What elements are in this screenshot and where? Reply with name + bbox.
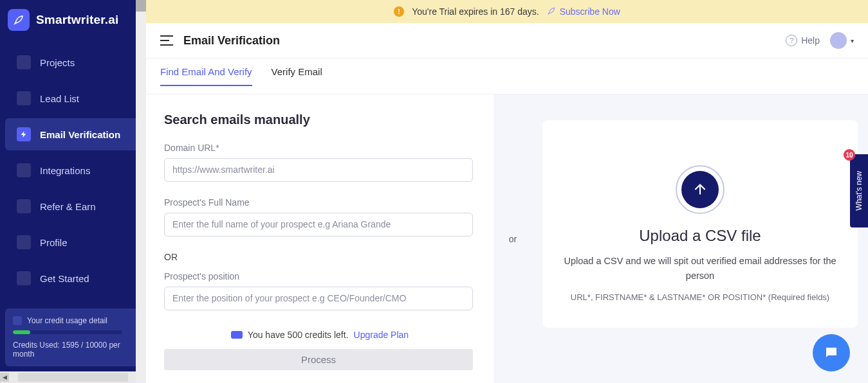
- prospect-name-input[interactable]: [164, 213, 473, 236]
- banner-text: You're Trial expires in 167 days.: [412, 6, 539, 17]
- page-title: Email Verification: [183, 34, 280, 48]
- credits-line: You have 500 credits left. Upgrade Plan: [164, 330, 476, 340]
- upload-desc: Upload a CSV and we will spit out verifi…: [562, 254, 838, 283]
- bolt-icon: [17, 127, 31, 141]
- brand-name: Smartwriter.ai: [36, 13, 118, 27]
- domain-url-label: Domain URL*: [164, 143, 476, 153]
- feather-icon: [8, 9, 30, 31]
- tabs: Find Email And Verify Verify Email: [146, 58, 868, 94]
- user-menu[interactable]: ▾: [830, 32, 854, 49]
- rocket-icon: [17, 271, 31, 285]
- form-title: Search emails manually: [164, 112, 476, 127]
- main: ! You're Trial expires in 167 days. Subs…: [146, 0, 868, 383]
- credits-progress: [13, 330, 122, 334]
- scroll-left-icon[interactable]: ◀: [0, 373, 9, 382]
- search-manually-panel: Search emails manually Domain URL* Prosp…: [146, 94, 494, 383]
- help-label: Help: [801, 35, 820, 46]
- prospect-name-label: Prospect's Full Name: [164, 197, 476, 208]
- chevron-down-icon: ▾: [851, 37, 854, 44]
- upload-arrow-icon: [681, 171, 719, 208]
- whats-new-badge: 10: [844, 149, 855, 161]
- tab-find-verify[interactable]: Find Email And Verify: [160, 66, 252, 86]
- sidebar-item-lead-list[interactable]: Lead List: [5, 82, 141, 114]
- chat-fab[interactable]: [813, 334, 850, 371]
- sidebar-item-label: Projects: [40, 57, 75, 68]
- help-link[interactable]: ? Help: [786, 35, 820, 46]
- trial-banner: ! You're Trial expires in 167 days. Subs…: [146, 0, 868, 23]
- upload-csv-card[interactable]: Upload a CSV file Upload a CSV and we wi…: [542, 120, 858, 328]
- sidebar-item-email-verification[interactable]: Email Verification: [5, 118, 141, 150]
- upload-icon-wrap: [676, 165, 725, 214]
- sidebar: Smartwriter.ai Projects Lead List Email …: [0, 0, 146, 383]
- sidebar-item-projects[interactable]: Projects: [5, 46, 141, 78]
- prospect-position-input[interactable]: [164, 287, 473, 310]
- content: Search emails manually Domain URL* Prosp…: [146, 94, 868, 383]
- feather-icon: [547, 6, 556, 17]
- sidebar-scrollbar[interactable]: [136, 0, 146, 383]
- upload-title: Upload a CSV file: [562, 227, 838, 245]
- credits-left-text: You have 500 credits left.: [248, 330, 349, 340]
- diamond-icon: [17, 91, 31, 105]
- process-button[interactable]: Process: [164, 349, 473, 370]
- domain-url-input[interactable]: [164, 158, 473, 182]
- or-text: OR: [164, 252, 476, 262]
- credits-detail: Credits Used: 1595 / 10000 per month: [13, 341, 133, 359]
- sidebar-item-integrations[interactable]: Integrations: [5, 154, 141, 186]
- credits-card: Your credit usage detail Credits Used: 1…: [5, 308, 141, 366]
- credit-card-icon: [13, 316, 22, 325]
- sidebar-item-label: Profile: [40, 237, 68, 248]
- chat-icon: [824, 345, 839, 361]
- sidebar-nav: Projects Lead List Email Verification In…: [0, 40, 146, 303]
- sidebar-item-label: Integrations: [40, 165, 90, 176]
- sidebar-item-label: Get Started: [40, 273, 89, 284]
- brand-logo[interactable]: Smartwriter.ai: [0, 0, 146, 40]
- menu-toggle-icon[interactable]: [160, 35, 173, 46]
- sidebar-item-label: Email Verification: [40, 129, 120, 140]
- subscribe-label: Subscribe Now: [560, 6, 620, 17]
- warning-icon: !: [394, 6, 404, 17]
- sidebar-item-refer-earn[interactable]: Refer & Earn: [5, 190, 141, 222]
- help-icon: ?: [786, 35, 797, 46]
- prospect-position-label: Prospect's position: [164, 271, 476, 281]
- folder-icon: [17, 55, 31, 69]
- page-header: Email Verification ? Help ▾: [146, 23, 868, 58]
- avatar: [830, 32, 847, 49]
- puzzle-icon: [17, 163, 31, 177]
- tab-verify-email[interactable]: Verify Email: [272, 66, 322, 86]
- sidebar-horizontal-scrollbar[interactable]: ◀ ▶: [0, 371, 146, 383]
- whats-new-label: What's new: [854, 171, 863, 211]
- sidebar-item-label: Lead List: [40, 93, 79, 104]
- credit-icon: [231, 331, 243, 339]
- upgrade-plan-link[interactable]: Upgrade Plan: [354, 330, 409, 340]
- sidebar-item-label: Refer & Earn: [40, 201, 96, 212]
- user-icon: [17, 235, 31, 249]
- sidebar-item-profile[interactable]: Profile: [5, 226, 141, 258]
- subscribe-link[interactable]: Subscribe Now: [547, 6, 620, 17]
- upload-meta: URL*, FIRSTNAME* & LASTNAME* OR POSITION…: [562, 292, 838, 302]
- gift-icon: [17, 199, 31, 213]
- sidebar-item-get-started[interactable]: Get Started: [5, 262, 141, 294]
- credits-heading: Your credit usage detail: [27, 316, 107, 325]
- divider-or: or: [494, 94, 532, 383]
- whats-new-tab[interactable]: What's new: [850, 154, 868, 227]
